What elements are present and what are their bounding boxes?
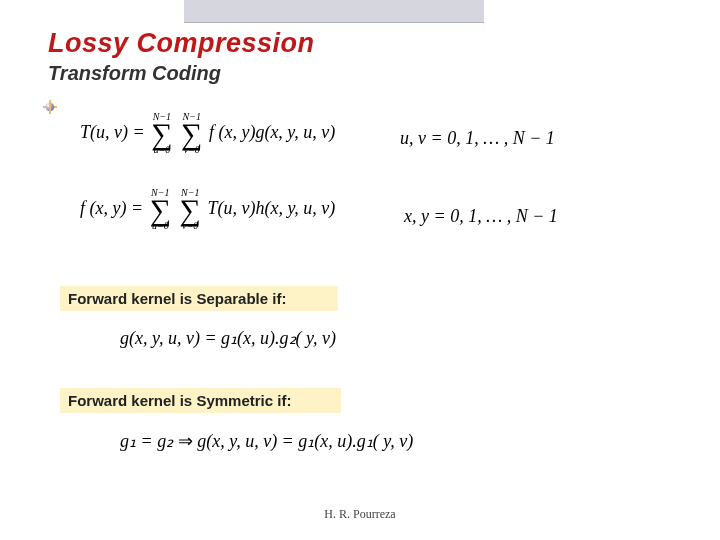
equation-forward-transform: T(u, v) = N−1 ∑ u=0 N−1 ∑ v=0 f (x, y)g(… <box>80 112 335 155</box>
eq1-body: f (x, y)g(x, y, u, v) <box>209 122 335 142</box>
slide-subtitle: Transform Coding <box>48 62 221 85</box>
domain-text: u, v = 0, 1, … , N − 1 <box>400 128 555 148</box>
sum-lower: u=0 <box>150 221 171 231</box>
eq2-domain: x, y = 0, 1, … , N − 1 <box>404 206 558 227</box>
eq2-body: T(u, v)h(x, y, u, v) <box>207 198 335 218</box>
domain-text: x, y = 0, 1, … , N − 1 <box>404 206 558 226</box>
corner-accent <box>43 100 57 114</box>
sum-symbol: N−1 ∑ v=0 <box>181 112 202 155</box>
symmetric-lhs: g₁ = g₂ <box>120 431 173 451</box>
equation-symmetric: g₁ = g₂ ⇒ g(x, y, u, v) = g₁(x, u).g₁( y… <box>120 430 413 452</box>
sigma-icon: ∑ <box>151 120 172 147</box>
eq2-lhs: f (x, y) = <box>80 198 143 218</box>
symmetric-rhs: g(x, y, u, v) = g₁(x, u).g₁( y, v) <box>197 431 413 451</box>
sum-lower: v=0 <box>180 221 201 231</box>
eq1-lhs: T(u, v) = <box>80 122 145 142</box>
implies-icon: ⇒ <box>178 431 198 451</box>
header-bar <box>184 0 484 23</box>
sum-symbol: N−1 ∑ u=0 <box>150 188 171 231</box>
label-symmetric: Forward kernel is Symmetric if: <box>60 388 341 413</box>
slide-title: Lossy Compression <box>48 28 315 59</box>
equation-inverse-transform: f (x, y) = N−1 ∑ u=0 N−1 ∑ v=0 T(u, v)h(… <box>80 188 335 231</box>
sum-symbol: N−1 ∑ v=0 <box>180 188 201 231</box>
sum-lower: u=0 <box>151 145 172 155</box>
sum-lower: v=0 <box>181 145 202 155</box>
label-separable: Forward kernel is Separable if: <box>60 286 338 311</box>
equation-separable: g(x, y, u, v) = g₁(x, u).g₂( y, v) <box>120 327 336 349</box>
footer-author: H. R. Pourreza <box>0 507 720 522</box>
sigma-icon: ∑ <box>181 120 202 147</box>
sigma-icon: ∑ <box>150 196 171 223</box>
sigma-icon: ∑ <box>180 196 201 223</box>
sum-symbol: N−1 ∑ u=0 <box>151 112 172 155</box>
eq1-domain: u, v = 0, 1, … , N − 1 <box>400 128 555 149</box>
